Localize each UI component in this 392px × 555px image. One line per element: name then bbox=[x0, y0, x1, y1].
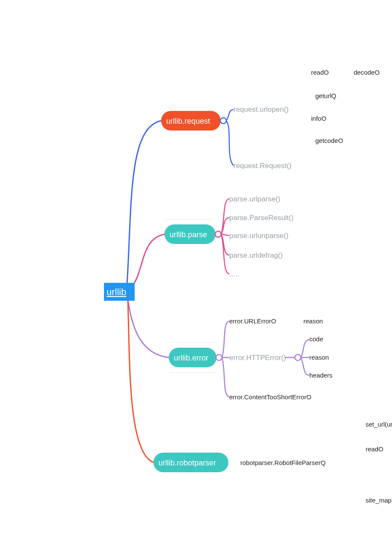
leaf-HTTPError-reason: reason bbox=[309, 354, 329, 361]
leaf-robotparser-read: readO bbox=[366, 445, 383, 453]
leaf-urlopen-getcode: getcodeO bbox=[315, 137, 343, 144]
edge-request-urlopen bbox=[226, 110, 233, 121]
node-request-label: urllib.request bbox=[166, 117, 210, 125]
edge-root-robotparser bbox=[128, 299, 153, 462]
leaf-request-Request[interactable]: request.Request() bbox=[233, 162, 291, 170]
root-label: urllib bbox=[107, 287, 126, 297]
leaf-robotparser-RobotFileParser[interactable]: robotparser.RobotFileParserQ bbox=[240, 459, 326, 466]
node-robotparser-label: urllib.robotparser bbox=[159, 459, 216, 467]
leaf-parse-urlparse[interactable]: parse.urlparse() bbox=[229, 195, 280, 203]
leaf-error-HTTPError[interactable]: error.HTTPError() bbox=[229, 354, 286, 362]
edge-HTTPError-headers bbox=[301, 357, 309, 375]
leaf-error-ContentTooShort[interactable]: error.ContentTooShortErrorO bbox=[229, 393, 311, 401]
leaf-parse-urldefrag[interactable]: parse.urldefrag() bbox=[229, 251, 283, 259]
edge-parse-urlparse bbox=[221, 199, 229, 234]
leaf-request-urlopen[interactable]: request.urlopen() bbox=[233, 105, 288, 113]
joint-HTTPError bbox=[295, 355, 301, 360]
edge-root-request bbox=[127, 121, 161, 285]
joint-request bbox=[220, 118, 226, 124]
edge-root-error bbox=[128, 299, 169, 357]
joint-parse bbox=[215, 231, 221, 237]
leaf-parse-ellipsis: ..... bbox=[229, 270, 239, 278]
leaf-urlopen-info: infoO bbox=[311, 115, 326, 122]
leaf-HTTPError-code: code bbox=[309, 335, 323, 343]
node-error-label: urllib.error bbox=[174, 354, 208, 362]
leaf-urlopen-decode: decodeO bbox=[354, 69, 380, 76]
leaf-parse-urlunparse[interactable]: parse.urlunparse() bbox=[229, 232, 288, 240]
leaf-error-URLError[interactable]: error.URLErrorO bbox=[229, 317, 276, 325]
edge-HTTPError-code bbox=[301, 340, 309, 357]
edge-request-Request bbox=[226, 121, 233, 166]
edge-parse-ellipsis bbox=[221, 234, 229, 274]
leaf-urlopen-geturl: geturlQ bbox=[315, 92, 336, 99]
edge-error-ContentTooShort bbox=[222, 357, 229, 397]
leaf-robotparser-sitemap: site_map bbox=[366, 497, 392, 504]
edge-error-URLError bbox=[222, 321, 229, 357]
edge-root-parse bbox=[132, 234, 164, 287]
edge-parse-urlunparse bbox=[221, 234, 229, 235]
leaf-URLError-reason: reason bbox=[303, 317, 323, 325]
joint-error bbox=[216, 355, 222, 360]
node-parse-label: urllib.parse bbox=[170, 230, 207, 239]
leaf-parse-ParseResult[interactable]: parse.ParseResult() bbox=[229, 214, 294, 222]
leaf-robotparser-seturl: set_url(ur bbox=[366, 421, 392, 428]
leaf-urlopen-read: readO bbox=[311, 69, 329, 76]
leaf-HTTPError-headers: headers bbox=[309, 372, 332, 379]
